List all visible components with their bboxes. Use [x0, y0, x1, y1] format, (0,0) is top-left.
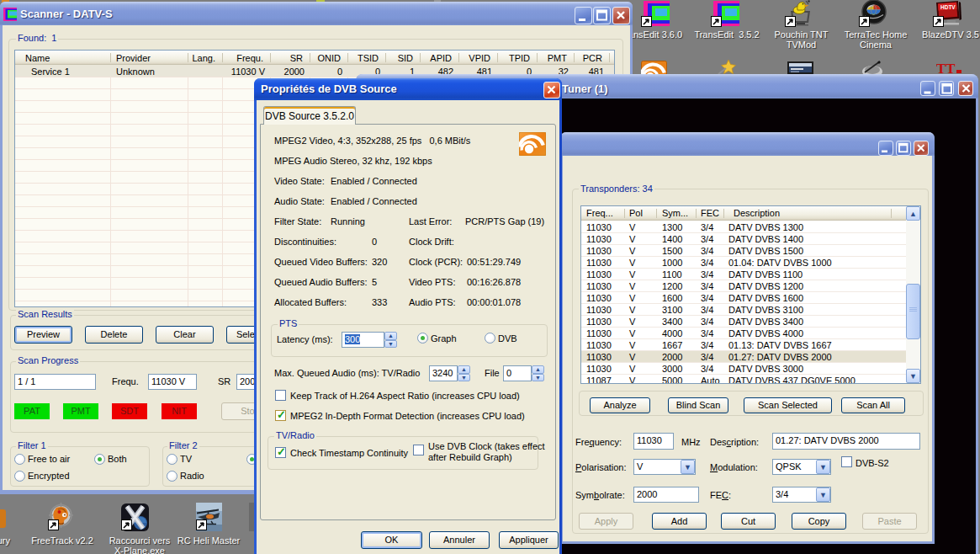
svg-text:HDTV: HDTV [940, 4, 956, 10]
svg-text:TT: TT [936, 61, 956, 74]
